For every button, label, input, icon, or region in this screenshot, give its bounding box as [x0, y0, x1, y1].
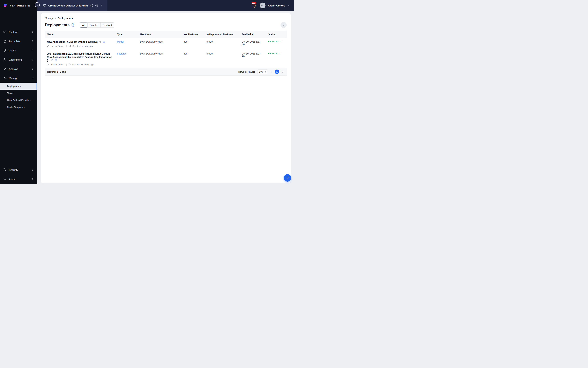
page-number-button[interactable]: 1: [275, 70, 279, 74]
breadcrumb-manage[interactable]: Manage: [45, 17, 53, 19]
sidebar-item-label: Admin: [9, 178, 16, 181]
help-fab-button[interactable]: ?: [284, 174, 291, 182]
clock-icon: [69, 63, 71, 66]
deployment-owner: Xavier Conort: [51, 63, 64, 66]
use-case-value: Loan Default by client: [140, 52, 163, 55]
sidebar-item-security[interactable]: Security: [0, 165, 37, 175]
chevron-down-icon: [31, 77, 34, 79]
app-root: FEATUREBYTE Explore Formulate: [0, 0, 294, 184]
sidebar-item-admin[interactable]: Admin: [0, 175, 37, 184]
sidebar-item-label: Experiment: [9, 58, 22, 61]
select-stepper-icon: [265, 71, 266, 73]
previous-page-chevron-icon[interactable]: [270, 70, 272, 73]
search-icon: [282, 24, 285, 27]
notifications-button[interactable]: 999+: [253, 3, 257, 8]
col-header-enabled-at: Enabled at: [240, 31, 266, 38]
sidebar-item-approve[interactable]: Approve: [0, 64, 37, 74]
shield-icon: [3, 168, 7, 172]
enabled-at-value: Oct 19, 2025 3:07 PM: [241, 52, 260, 58]
chevron-right-icon: [31, 67, 34, 70]
clock-icon: [69, 45, 71, 47]
gear-icon[interactable]: [95, 4, 98, 7]
deployment-meta: Xavier Conort | Created an hour ago: [47, 45, 113, 47]
user-section: 999+ XC Xavier Conort: [253, 0, 294, 11]
deployment-created: Created an hour ago: [72, 45, 93, 47]
id-badge-icon[interactable]: [55, 59, 57, 62]
person-icon: [47, 45, 49, 47]
sidebar-subitem-label: Deployments: [7, 85, 21, 87]
catalog-title[interactable]: Credit Default Dataset UI tutorial: [48, 4, 88, 7]
deployment-name[interactable]: New Application: XGBoost with top 308 ke…: [47, 40, 98, 43]
featurebyte-logo-icon: [3, 3, 8, 8]
sidebar-item-label: Formulate: [9, 40, 20, 43]
sidebar-item-model-templates[interactable]: Model Templates: [0, 104, 37, 111]
row-menu-kebab-icon[interactable]: [281, 40, 283, 43]
sidebar-item-tasks[interactable]: Tasks: [0, 90, 37, 97]
results-value: 1 - 2 of 2: [57, 71, 66, 73]
tab-disabled[interactable]: Disabled: [101, 23, 114, 28]
status-badge: ENABLED: [268, 40, 279, 43]
id-badge-icon[interactable]: [103, 40, 105, 43]
deprecated-pct-value: 0.00%: [207, 40, 214, 43]
person-gear-icon: [3, 177, 7, 181]
copy-icon[interactable]: [99, 40, 102, 43]
bell-icon: [253, 4, 257, 8]
sidebar-collapse-button[interactable]: [35, 2, 40, 7]
chevron-right-icon: [31, 31, 34, 33]
table-row[interactable]: 308 Features from XGBoost [293 features:…: [45, 50, 287, 68]
page-help-icon[interactable]: ?: [71, 23, 75, 27]
share-icon[interactable]: [90, 4, 93, 7]
deployment-meta: Xavier Conort | Created 16 hours ago: [47, 63, 113, 66]
sidebar-item-user-defined-functions[interactable]: User Defined Functions: [0, 97, 37, 104]
row-menu-kebab-icon[interactable]: [281, 52, 283, 55]
breadcrumb-separator: >: [55, 17, 56, 19]
head-gear-icon: [3, 39, 7, 43]
deployment-owner: Xavier Conort: [51, 45, 64, 47]
table-row[interactable]: New Application: XGBoost with top 308 ke…: [45, 38, 287, 50]
deprecated-pct-value: 0.00%: [207, 52, 214, 55]
status-badge: ENABLED: [268, 52, 279, 55]
page-header: Deployments ? All Enabled Disabled: [45, 22, 287, 28]
catalog-chevron-down-icon[interactable]: [100, 4, 103, 7]
activity-icon: [3, 76, 7, 80]
page-title: Deployments: [45, 23, 70, 27]
main-column: Credit Default Dataset UI tutorial 999+: [37, 0, 294, 184]
search-button[interactable]: [281, 22, 287, 28]
sidebar-item-ideate[interactable]: Ideate: [0, 46, 37, 55]
col-header-no-features: No. Features: [181, 31, 205, 38]
tab-all[interactable]: All: [80, 23, 87, 28]
sidebar-subitem-label: Model Templates: [7, 106, 25, 109]
lightbulb-icon: [3, 49, 7, 52]
sidebar-item-explore[interactable]: Explore: [0, 27, 37, 37]
col-header-name: Name: [45, 31, 115, 38]
flask-icon: [3, 58, 7, 61]
num-features-value: 308: [184, 52, 187, 55]
chevron-right-icon: [31, 40, 34, 43]
user-avatar[interactable]: XC: [260, 3, 266, 8]
featurebyte-logo-text: FEATUREBYTE: [10, 4, 30, 7]
rows-per-page-select[interactable]: 100: [257, 70, 267, 74]
meta-separator: |: [66, 45, 67, 47]
sidebar-item-label: Security: [9, 168, 18, 171]
sidebar-subitem-label: Tasks: [7, 92, 13, 94]
copy-icon[interactable]: [51, 59, 53, 62]
rows-per-page-value: 100: [259, 71, 263, 73]
sidebar-item-label: Manage: [9, 77, 18, 80]
sidebar-item-manage[interactable]: Manage: [0, 74, 37, 83]
next-page-chevron-icon[interactable]: [282, 70, 284, 73]
featurebyte-logo[interactable]: FEATUREBYTE: [0, 0, 37, 11]
user-chevron-down-icon[interactable]: [287, 4, 290, 7]
chevron-right-icon: [31, 178, 34, 180]
user-name[interactable]: Xavier Conort: [268, 4, 285, 7]
sidebar-nav: Explore Formulate Ideate: [0, 27, 37, 111]
type-link[interactable]: Model: [117, 40, 124, 43]
table-footer: Results: 1 - 2 of 2 Rows per page: 100 1: [45, 68, 287, 75]
type-link[interactable]: Features: [117, 52, 126, 55]
sidebar-item-experiment[interactable]: Experiment: [0, 55, 37, 64]
check-icon: [3, 67, 7, 71]
sidebar-item-deployments[interactable]: Deployments: [0, 83, 37, 90]
col-header-type: Type: [115, 31, 138, 38]
sidebar-item-formulate[interactable]: Formulate: [0, 37, 37, 46]
topbar: Credit Default Dataset UI tutorial 999+: [37, 0, 294, 11]
tab-enabled[interactable]: Enabled: [88, 23, 101, 28]
